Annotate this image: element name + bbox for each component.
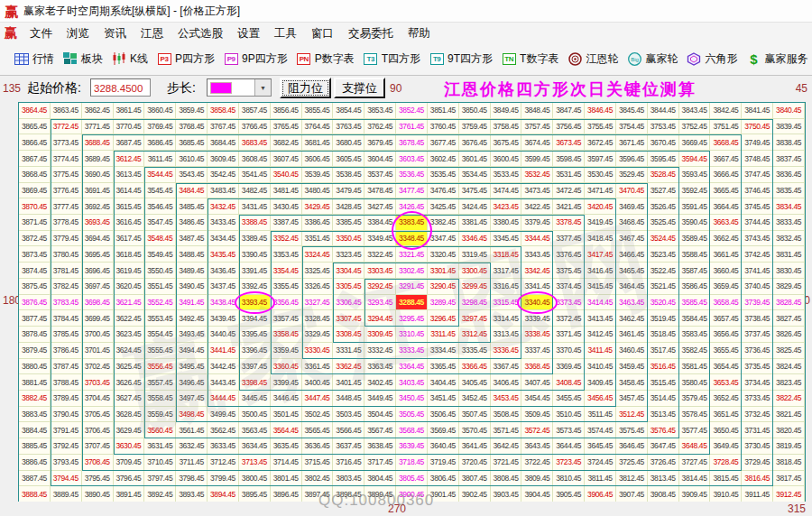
grid-cell: 3516.45 [648, 359, 679, 375]
grid-cell: 3669.45 [679, 134, 711, 151]
toolbar-button-p-table[interactable]: PNP数字表 [292, 49, 359, 69]
grid-cell: 3353.45 [271, 246, 302, 263]
menu-item-news[interactable]: 资讯 [97, 25, 134, 41]
grid-cell: 3893.45 [176, 486, 208, 502]
grid-cell: 3416.45 [585, 263, 616, 279]
grid-cell: 3770.45 [114, 119, 145, 135]
grid-cell: 3722.45 [521, 455, 553, 471]
menu-item-file[interactable]: 文件 [23, 25, 60, 41]
grid-cell: 3489.45 [176, 263, 208, 279]
toolbar-button-t-square[interactable]: T3T四方形 [359, 49, 425, 69]
angle-label-90: 90 [390, 82, 401, 95]
grid-cell: 3793.45 [51, 455, 82, 471]
toolbar-button-sectors[interactable]: 板块 [59, 49, 107, 69]
grid-cell: 3607.45 [271, 151, 302, 167]
grid-cell: 3613.45 [114, 167, 145, 183]
resistance-button[interactable]: 阻力位 [280, 78, 331, 98]
menu-item-window[interactable]: 窗口 [304, 25, 341, 41]
menu-item-gann[interactable]: 江恩 [134, 25, 171, 41]
grid-cell: 3466.45 [616, 246, 648, 263]
grid-cell: 3543.45 [176, 167, 208, 183]
toolbar-label: P四方形 [175, 51, 215, 67]
support-button[interactable]: 支撑位 [334, 78, 385, 98]
menu-item-help[interactable]: 帮助 [401, 25, 438, 41]
grid-cell: 3811.45 [585, 471, 616, 487]
grid-cell: 3598.45 [553, 151, 585, 167]
grid-cell: 3352.45 [271, 231, 302, 247]
grid-cell: 3337.45 [521, 343, 553, 359]
candles-icon [112, 52, 126, 66]
step-dropdown[interactable]: ▼ [207, 78, 272, 97]
grid-cell: 3840.45 [773, 103, 805, 119]
grid-cell: 3542.45 [208, 167, 239, 183]
toolbar-button-quotes[interactable]: 行情 [10, 49, 59, 69]
grid-cell: 3601.45 [459, 151, 491, 167]
grid-cell: 3378.45 [553, 215, 585, 231]
grid-cell: 3795.45 [82, 471, 114, 487]
toolbar-button-gann-wheel[interactable]: 江恩轮 [563, 49, 623, 69]
menu-item-formula-stock[interactable]: 公式选股 [171, 25, 230, 41]
grid-cell: 3469.45 [616, 198, 648, 215]
menu-item-settings[interactable]: 设置 [230, 25, 267, 41]
grid-cell: 3789.45 [51, 391, 82, 407]
start-price-input[interactable] [90, 78, 151, 97]
grid-cell: 3551.45 [144, 279, 176, 295]
grid-cell: 3443.45 [208, 374, 239, 391]
grid-cell: 3675.45 [491, 134, 522, 151]
grid-cell: 3870.45 [19, 198, 51, 215]
grid-cell: 3414.45 [585, 295, 616, 311]
grid-cell: 3510.45 [553, 407, 585, 423]
grid-cell: 3449.45 [364, 391, 396, 407]
toolbar-button-9p-square[interactable]: P99P四方形 [219, 49, 292, 69]
menu-item-tools[interactable]: 工具 [267, 25, 304, 41]
grid-cell: 3846.45 [585, 103, 616, 119]
menu-item-trade[interactable]: 交易委托 [341, 25, 401, 41]
grid-cell: 3587.45 [679, 263, 711, 279]
grid-cell: 3809.45 [521, 471, 553, 487]
grid-cell: 3574.45 [585, 422, 616, 438]
grid-cell: 3855.45 [302, 103, 334, 119]
grid-cell: 3578.45 [679, 407, 711, 423]
grid-cell: 3856.45 [271, 103, 302, 119]
toolbar-button-p-square[interactable]: P3P四方形 [152, 49, 219, 69]
grid-cell: 3350.45 [333, 231, 364, 247]
grid-cell: 3428.45 [333, 198, 364, 215]
toolbar-button-t-table[interactable]: TNT数字表 [497, 49, 563, 69]
toolbar-button-kline[interactable]: K线 [107, 49, 152, 69]
grid-cell: 3859.45 [176, 103, 208, 119]
grid-cell: 3508.45 [491, 407, 522, 423]
grid-cell: 3303.45 [364, 263, 396, 279]
menu-item-browse[interactable]: 浏览 [60, 25, 97, 41]
grid-cell: 3640.45 [428, 438, 459, 455]
grid-cell: 3490.45 [176, 279, 208, 295]
grid-cell: 3329.45 [302, 327, 334, 343]
chevron-down-icon[interactable]: ▼ [254, 79, 271, 96]
grid-cell: 3756.45 [553, 119, 585, 135]
toolbar-button-winner-service[interactable]: $赢家服务 [742, 49, 812, 69]
grid-cell: 3661.45 [710, 246, 742, 263]
bottom-strip: 270 315 [0, 502, 812, 516]
grid-cell: 3652.45 [710, 391, 742, 407]
grid-cell: 3864.45 [19, 103, 51, 119]
toolbar-button-winner-wheel[interactable]: Big赢家轮 [623, 49, 682, 69]
grid-cell: 3644.45 [553, 438, 585, 455]
grid-cell: 3411.45 [585, 343, 616, 359]
grid-cell: 3833.45 [773, 215, 805, 231]
grid-cell: 3584.45 [679, 310, 711, 327]
grid-cell: 3535.45 [428, 167, 459, 183]
toolbar-button-hexagon[interactable]: 六角形 [682, 49, 742, 69]
grid-cell: 3845.45 [616, 103, 648, 119]
grid-cell: 3907.45 [616, 486, 648, 502]
toolbar-button-9t-square[interactable]: T99T四方形 [425, 49, 497, 69]
grid-cell: 3892.45 [144, 486, 176, 502]
grid-cell: 3800.45 [239, 471, 271, 487]
grid-cell: 3544.45 [144, 167, 176, 183]
grid-cell: 3610.45 [176, 151, 208, 167]
grid-cell: 3387.45 [271, 215, 302, 231]
grid-cell: 3634.45 [239, 438, 271, 455]
grid-cell: 3316.45 [491, 279, 522, 295]
grid-cell: 3364.45 [396, 359, 428, 375]
grid-cell: 3831.45 [773, 246, 805, 263]
toolbar-label: 六角形 [705, 51, 737, 67]
grid-cell: 3711.45 [176, 455, 208, 471]
